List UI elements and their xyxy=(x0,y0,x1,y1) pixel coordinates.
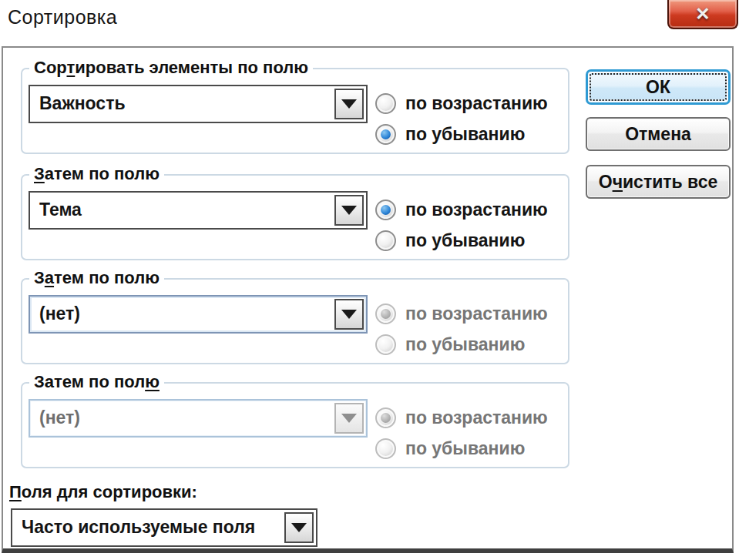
cancel-button[interactable]: Отмена xyxy=(586,117,731,151)
radio-row-descending[interactable]: по убыванию xyxy=(375,123,548,146)
sort-group-1: Сортировать элементы по полю Важность по… xyxy=(21,68,569,154)
radio-row-ascending: по возрастанию xyxy=(375,303,548,325)
dropdown-arrow-button[interactable] xyxy=(334,299,364,330)
group-label: Затем по полю xyxy=(29,164,164,184)
field-combobox-1[interactable]: Важность xyxy=(29,85,368,123)
field-combobox-3[interactable]: (нет) xyxy=(29,295,368,334)
radio-label: по убыванию xyxy=(405,124,525,145)
ok-button-focus-rect: ОК xyxy=(590,73,727,101)
combobox-value: Важность xyxy=(30,86,366,120)
sort-direction-radios-3: по возрастанию по убыванию xyxy=(375,303,548,356)
radio-descending[interactable] xyxy=(375,230,396,251)
radio-descending xyxy=(375,438,396,459)
dropdown-arrow-button xyxy=(334,403,364,434)
radio-label: по возрастанию xyxy=(405,93,548,114)
sort-direction-radios-1: по возрастанию по убыванию xyxy=(375,92,548,146)
combobox-value: Часто используемые поля xyxy=(12,510,316,544)
dropdown-arrow-button[interactable] xyxy=(334,195,364,226)
sort-fields-label: Поля для сортировки: xyxy=(9,482,197,502)
combobox-value: Тема xyxy=(30,193,366,226)
radio-row-descending: по убыванию xyxy=(375,438,548,460)
sort-dialog: Сортировать элементы по полю Важность по… xyxy=(2,46,734,553)
group-label: Затем по полю xyxy=(29,268,164,288)
radio-label: по убыванию xyxy=(405,334,525,355)
sort-direction-radios-4: по возрастанию по убыванию xyxy=(375,407,548,460)
radio-label: по возрастанию xyxy=(405,407,548,428)
radio-row-ascending[interactable]: по возрастанию xyxy=(375,199,548,221)
combobox-value: (нет) xyxy=(30,297,366,330)
field-combobox-4: (нет) xyxy=(29,399,368,438)
close-icon: ✕ xyxy=(695,5,710,23)
close-button[interactable]: ✕ xyxy=(667,0,738,29)
combobox-value: (нет) xyxy=(30,401,366,434)
group-label: Затем по полю xyxy=(29,372,164,392)
dropdown-arrow-button[interactable] xyxy=(284,512,314,543)
radio-label: по убыванию xyxy=(405,438,525,459)
sort-group-4: Затем по полю (нет) по возрастанию по уб… xyxy=(21,382,569,468)
group-label: Сортировать элементы по полю xyxy=(29,58,313,78)
dropdown-arrow-button[interactable] xyxy=(334,89,364,119)
sort-direction-radios-2: по возрастанию по убыванию xyxy=(375,199,548,252)
sort-group-2: Затем по полю Тема по возрастанию по убы… xyxy=(21,174,569,260)
field-combobox-2[interactable]: Тема xyxy=(29,191,368,230)
radio-descending xyxy=(375,334,396,355)
radio-row-ascending: по возрастанию xyxy=(375,407,548,429)
radio-descending[interactable] xyxy=(375,124,396,145)
radio-row-ascending[interactable]: по возрастанию xyxy=(375,92,548,115)
radio-ascending[interactable] xyxy=(375,93,396,114)
radio-row-descending[interactable]: по убыванию xyxy=(375,230,548,252)
clear-all-button[interactable]: Очистить все xyxy=(586,165,731,199)
available-fields-combobox[interactable]: Часто используемые поля xyxy=(11,508,317,547)
radio-label: по убыванию xyxy=(405,230,525,251)
sort-group-3: Затем по полю (нет) по возрастанию по уб… xyxy=(21,278,569,364)
radio-ascending[interactable] xyxy=(375,200,396,220)
radio-label: по возрастанию xyxy=(405,200,548,220)
radio-ascending xyxy=(375,303,396,324)
radio-ascending xyxy=(375,407,396,428)
radio-label: по возрастанию xyxy=(405,303,548,324)
window-title: Сортировка xyxy=(8,6,117,29)
ok-button[interactable]: ОК xyxy=(586,69,731,105)
radio-row-descending: по убыванию xyxy=(375,334,548,356)
